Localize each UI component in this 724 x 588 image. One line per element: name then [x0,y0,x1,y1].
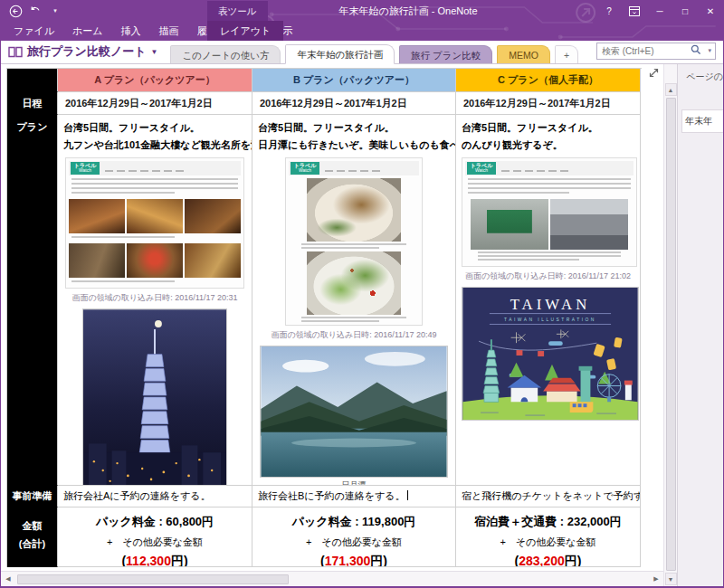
placeholder-caption-lines [465,251,634,263]
scroll-right-icon[interactable]: ▶ [649,575,663,583]
placeholder-nav-links [500,163,570,174]
window-title: 年末年始の旅行計画 - OneNote [338,1,477,21]
tab-file[interactable]: ファイル [5,21,63,41]
search-scope-chevron-icon[interactable]: ▾ [708,47,711,54]
back-icon[interactable] [8,4,23,18]
row-label-preparation[interactable]: 事前準備 [7,486,58,507]
maximize-button[interactable]: □ [672,1,698,21]
capture-timestamp-a: 画面の領域の取り込み日時: 2016/11/17 20:31 [63,292,246,304]
schedule-c[interactable]: 2016年12月29日～2017年1月2日 [456,92,641,115]
vertical-scrollbar[interactable]: ▲ ▼ [663,64,677,586]
customize-qat-icon[interactable]: ▾ [48,4,62,18]
section-tab-plan-compare[interactable]: 旅行 プラン比較 [399,45,492,63]
taipei101-photo[interactable] [82,308,227,486]
row-label-amount[interactable]: 金額 (合計) [7,507,58,567]
tab-layout[interactable]: レイアウト [207,21,283,41]
placeholder-caption-line [289,243,419,249]
capture-timestamp-b: 画面の領域の取り込み日時: 2016/11/17 20:49 [258,329,450,341]
price-a-total: (112,300円) [58,554,252,567]
price-cell-c[interactable]: 宿泊費＋交通費 : 232,000円 + その他必要な金額 (283,200円) [456,507,641,567]
notebook-switcher[interactable]: 旅行プラン比較ノート ▼ [8,43,157,63]
web-clipping-jiufen[interactable]: トラベルWatch [65,157,244,289]
scroll-left-icon[interactable]: ◀ [1,575,15,583]
plan-c-header[interactable]: C プラン（個人手配） [456,69,641,92]
scroll-down-icon[interactable]: ▼ [665,573,677,585]
horizontal-scroll-thumb[interactable] [17,574,289,584]
ribbon-tab-bar: ファイル ホーム 挿入 描画 履歴 校閲 表示 レイアウト [1,21,723,41]
plan-cell-c[interactable]: 台湾5日間。フリースタイル。 のんびり観光するぞ。 トラベルWatch [456,115,641,486]
plan-a-text-1: 台湾5日間。フリースタイル。 [63,119,246,137]
price-c-base: 宿泊費＋交通費 : 232,000円 [456,514,640,530]
titlebar: ▾ 表ツール 年末年始の旅行計画 - OneNote ? ─ □ ✕ [1,1,723,21]
vertical-scroll-thumb[interactable] [666,98,676,571]
tab-insert[interactable]: 挿入 [112,21,150,41]
placeholder-caption-line [69,236,241,241]
help-button[interactable]: ? [596,1,622,21]
ribbon-display-options-icon[interactable] [622,1,647,21]
capture-timestamp-c: 画面の領域の取り込み日時: 2016/11/17 21:02 [462,270,634,282]
lake-photo[interactable] [260,346,448,478]
close-button[interactable]: ✕ [698,1,723,21]
price-b-base: パック料金 : 119,800円 [252,514,455,530]
minimize-button[interactable]: ─ [647,1,672,21]
placeholder-text-lines [465,178,634,196]
plan-cell-a[interactable]: 台湾5日間。フリースタイル。 九フンや台北101金融大樓など観光名所を満喫するぞ… [58,115,252,486]
table-corner-cell[interactable] [7,69,58,92]
price-b-extra: + その他必要な金額 [252,536,455,549]
plan-a-text-2: 九フンや台北101金融大樓など観光名所を満喫するぞ。 [63,137,246,154]
add-section-button[interactable]: + [555,45,578,63]
market-photo-thumbnail [185,243,241,278]
add-page-button[interactable]: ページの [678,64,723,90]
tab-draw[interactable]: 描画 [150,21,188,41]
plan-b-text-1: 台湾5日間。フリースタイル。 [258,119,450,137]
undo-icon[interactable] [28,4,43,18]
market-photo-thumbnail [127,243,183,278]
chevron-down-icon: ▼ [151,48,158,56]
placeholder-caption-line [289,317,419,322]
food-photo-beef-noodles [307,178,401,242]
market-photo-thumbnail [185,199,241,233]
price-c-extra: + その他必要な金額 [456,536,640,549]
schedule-a[interactable]: 2016年12月29日～2017年1月2日 [58,92,252,115]
plan-b-header[interactable]: B プラン（パックツアー） [252,69,456,92]
placeholder-nav-links [323,163,382,174]
search-icon[interactable] [691,44,701,55]
food-photo-vegetables [307,251,401,315]
price-c-total: (283,200円) [456,554,640,567]
page-canvas[interactable]: A プラン（パックツアー） B プラン（パックツアー） C プラン（個人手配） … [1,64,663,571]
taiwan-illustration[interactable]: TAIWAN TAIWAN ILLUSTRATION [462,287,639,421]
preparation-c[interactable]: 宿と飛行機のチケットをネットで予約する。 [456,486,641,507]
page-panel: ページの 年末年 [677,64,723,586]
section-tab-memo[interactable]: MEMO [497,45,550,63]
navigation-bar: 旅行プラン比較ノート ▼ このノートの使い方 年末年始の旅行計画 旅行 プラン比… [1,41,723,64]
station-photo [471,199,548,250]
scroll-up-icon[interactable]: ▲ [665,83,677,96]
preparation-b[interactable]: 旅行会社Bに予約の連絡をする。 [252,486,456,507]
section-tabs: このノートの使い方 年末年始の旅行計画 旅行 プラン比較 MEMO + [170,44,578,63]
window-chrome: ▾ 表ツール 年末年始の旅行計画 - OneNote ? ─ □ ✕ ファイル … [1,1,723,41]
page-tab-current[interactable]: 年末年 [681,109,723,133]
web-clipping-station[interactable]: トラベルWatch [462,157,637,267]
onenote-window: ▾ 表ツール 年末年始の旅行計画 - OneNote ? ─ □ ✕ ファイル … [0,0,724,588]
add-page-label: ページの [686,71,723,83]
search-box: ▾ [596,42,716,60]
plan-c-text-1: 台湾5日間。フリースタイル。 [462,119,634,137]
row-label-schedule[interactable]: 日程 [7,92,58,115]
section-tab-newyear-trip[interactable]: 年末年始の旅行計画 [285,44,395,64]
plan-a-header[interactable]: A プラン（パックツアー） [58,69,252,92]
section-tab-guide[interactable]: このノートの使い方 [170,45,281,63]
illustration-subtitle: TAIWAN ILLUSTRATION [504,317,596,321]
plan-c-text-2: のんびり観光するぞ。 [462,137,634,154]
tab-home[interactable]: ホーム [63,21,112,41]
row-label-plan[interactable]: プラン [7,115,58,486]
plan-cell-b[interactable]: 台湾5日間。フリースタイル。 日月潭にも行きたいぞ。美味しいものも食べたいぞ。 … [252,115,456,486]
web-clipping-food[interactable]: トラベルWatch [285,157,423,326]
schedule-b[interactable]: 2016年12月29日～2017年1月2日 [252,92,456,115]
plan-b-text-2: 日月潭にも行きたいぞ。美味しいものも食べたいぞ。 [258,137,450,154]
market-photo-thumbnail [69,243,125,278]
horizontal-scrollbar[interactable]: ◀ ▶ [1,571,663,586]
price-cell-a[interactable]: パック料金 : 60,800円 + その他必要な金額 (112,300円) [58,507,252,567]
full-page-view-button[interactable] [646,67,661,81]
price-cell-b[interactable]: パック料金 : 119,800円 + その他必要な金額 (171,300円) [252,507,456,567]
preparation-a[interactable]: 旅行会社Aに予約の連絡をする。 [58,486,252,507]
